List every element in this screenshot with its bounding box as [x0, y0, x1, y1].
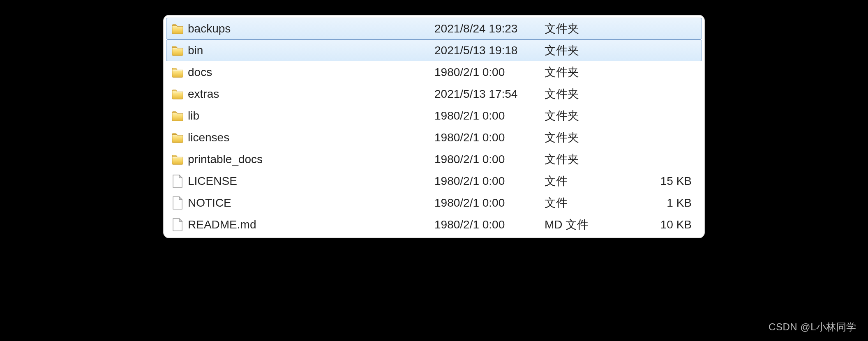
file-row[interactable]: extras2021/5/13 17:54文件夹: [166, 83, 702, 105]
folder-icon: [169, 23, 186, 35]
folder-icon: [169, 153, 186, 166]
file-row[interactable]: LICENSE1980/2/1 0:00文件15 KB: [166, 170, 702, 192]
file-size: 1 KB: [626, 196, 699, 210]
file-icon: [169, 175, 186, 188]
file-name: bin: [186, 44, 434, 57]
file-date: 1980/2/1 0:00: [434, 131, 545, 144]
file-name: backups: [186, 22, 434, 35]
file-date: 2021/5/13 19:18: [434, 44, 545, 57]
file-size: 10 KB: [626, 218, 699, 231]
file-row[interactable]: README.md1980/2/1 0:00MD 文件10 KB: [166, 214, 702, 235]
file-name: LICENSE: [186, 175, 434, 188]
file-name: docs: [186, 66, 434, 79]
file-name: lib: [186, 109, 434, 122]
file-row[interactable]: backups2021/8/24 19:23文件夹: [166, 18, 702, 39]
file-icon: [169, 196, 186, 210]
file-type: 文件: [545, 173, 626, 189]
file-icon: [169, 218, 186, 231]
file-list-panel: backups2021/8/24 19:23文件夹bin2021/5/13 19…: [163, 15, 705, 238]
file-date: 2021/8/24 19:23: [434, 22, 545, 35]
file-type: 文件夹: [545, 65, 626, 80]
folder-icon: [169, 88, 186, 100]
file-type: 文件夹: [545, 152, 626, 167]
file-date: 1980/2/1 0:00: [434, 196, 545, 210]
file-name: extras: [186, 88, 434, 101]
file-type: 文件夹: [545, 21, 626, 37]
file-date: 1980/2/1 0:00: [434, 153, 545, 166]
folder-icon: [169, 110, 186, 122]
file-size: 15 KB: [626, 175, 699, 188]
folder-icon: [169, 66, 186, 78]
file-row[interactable]: printable_docs1980/2/1 0:00文件夹: [166, 148, 702, 170]
folder-icon: [169, 44, 186, 57]
file-row[interactable]: NOTICE1980/2/1 0:00文件1 KB: [166, 192, 702, 214]
file-date: 1980/2/1 0:00: [434, 218, 545, 231]
file-row[interactable]: lib1980/2/1 0:00文件夹: [166, 105, 702, 127]
file-type: 文件: [545, 195, 626, 211]
file-date: 2021/5/13 17:54: [434, 88, 545, 101]
file-date: 1980/2/1 0:00: [434, 175, 545, 188]
file-row[interactable]: bin2021/5/13 19:18文件夹: [166, 39, 702, 61]
file-name: NOTICE: [186, 196, 434, 210]
folder-icon: [169, 131, 186, 144]
file-name: printable_docs: [186, 153, 434, 166]
file-type: MD 文件: [545, 217, 626, 233]
file-type: 文件夹: [545, 108, 626, 124]
file-type: 文件夹: [545, 86, 626, 102]
file-type: 文件夹: [545, 130, 626, 145]
file-date: 1980/2/1 0:00: [434, 66, 545, 79]
file-type: 文件夹: [545, 43, 626, 58]
file-date: 1980/2/1 0:00: [434, 109, 545, 122]
file-name: licenses: [186, 131, 434, 144]
watermark-text: CSDN @L小林同学: [769, 320, 856, 334]
file-name: README.md: [186, 218, 434, 231]
file-row[interactable]: licenses1980/2/1 0:00文件夹: [166, 127, 702, 148]
file-row[interactable]: docs1980/2/1 0:00文件夹: [166, 61, 702, 83]
